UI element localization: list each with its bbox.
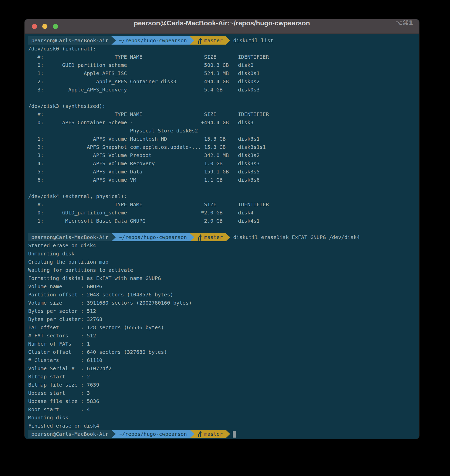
terminal-output-line: /dev/disk4 (external, physical): [28, 192, 419, 200]
terminal-output-line: 2: Apple_APFS Container disk3 494.4 GB d… [28, 77, 419, 86]
output-text: 3: APFS Volume Preboot 342.0 MB disk3s2 [28, 152, 260, 158]
terminal-output-line: 0: APFS Container Scheme - +494.4 GB dis… [28, 118, 419, 127]
output-text: Finished erase on disk4 [28, 423, 99, 429]
terminal-output-line: Partition offset : 2048 sectors (1048576… [28, 291, 419, 299]
prompt-path: ~/repos/hugo-cwpearson [116, 36, 190, 45]
output-text: Physical Store disk0s2 [28, 128, 198, 134]
terminal-body[interactable]: pearson@Carls-MacBook-Air~/repos/hugo-cw… [25, 34, 419, 439]
terminal-output-line: 6: APFS Volume VM 1.1 GB disk3s6 [28, 176, 419, 184]
terminal-output-line: Volume size : 3911680 sectors (200278016… [28, 299, 419, 307]
command-text: diskutil list [233, 37, 273, 44]
output-text: Volume size : 3911680 sectors (200278016… [28, 300, 192, 306]
terminal-output-line: Cluster offset : 640 sectors (327680 byt… [28, 348, 419, 356]
powerline-arrow-icon [190, 233, 194, 241]
output-text: #: TYPE NAME SIZE IDENTIFIER [28, 201, 269, 208]
output-text: Mounting disk [28, 415, 68, 421]
terminal-output-line: Bitmap start : 2 [28, 372, 419, 381]
terminal-output-line: 5: APFS Volume Data 159.1 GB disk3s5 [28, 168, 419, 176]
output-text: 1: APFS Volume Macintosh HD 15.3 GB disk… [28, 136, 260, 142]
terminal-output-line: Waiting for partitions to activate [28, 266, 419, 274]
output-text [28, 95, 31, 101]
terminal-output-line: 0: GUID_partition_scheme *2.0 GB disk4 [28, 209, 419, 217]
terminal-output-line: 2: APFS Snapshot com.apple.os.update-...… [28, 143, 419, 151]
output-text [28, 226, 31, 232]
terminal-window: pearson@Carls-MacBook-Air:~/repos/hugo-c… [25, 19, 419, 439]
output-text: 1: Apple_APFS_ISC 524.3 MB disk0s1 [28, 70, 260, 76]
terminal-output-line: Upcase file size : 5836 [28, 397, 419, 405]
powerline-arrow-icon [190, 36, 194, 45]
powerline-arrow-icon [226, 36, 230, 45]
output-text: Volume Serial # : 610724f2 [28, 365, 111, 371]
terminal-output-line [28, 225, 419, 233]
branch-name: master [204, 37, 223, 44]
desktop-background: pearson@Carls-MacBook-Air:~/repos/hugo-c… [0, 0, 450, 476]
terminal-output-line: Bytes per sector : 512 [28, 307, 419, 315]
terminal-output-line: #: TYPE NAME SIZE IDENTIFIER [28, 53, 419, 61]
powerline-arrow-icon [190, 430, 194, 438]
output-text: Waiting for partitions to activate [28, 267, 133, 273]
terminal-output-line: Bytes per cluster: 32768 [28, 315, 419, 323]
output-text: Upcase start : 3 [28, 390, 90, 396]
powerline-arrow-icon [226, 233, 230, 241]
terminal-output-line: Finished erase on disk4 [28, 422, 419, 430]
prompt-path: ~/repos/hugo-cwpearson [116, 233, 190, 241]
terminal-output-line: Formatting disk4s1 as ExFAT with name GN… [28, 274, 419, 282]
terminal-output-line: 1: Microsoft Basic Data GNUPG 2.0 GB dis… [28, 217, 419, 225]
output-text: # Clusters : 61110 [28, 357, 102, 363]
prompt-line: pearson@Carls-MacBook-Air~/repos/hugo-cw… [28, 233, 419, 241]
output-text: Cluster offset : 640 sectors (327680 byt… [28, 349, 167, 355]
prompt-user-host: pearson@Carls-MacBook-Air [28, 36, 111, 45]
terminal-output-line: Number of FATs : 1 [28, 340, 419, 348]
terminal-output-line: FAT offset : 128 sectors (65536 bytes) [28, 323, 419, 332]
output-text: Unmounting disk [28, 251, 75, 257]
terminal-output-line: 0: GUID_partition_scheme 500.3 GB disk0 [28, 61, 419, 69]
window-title: pearson@Carls-MacBook-Air:~/repos/hugo-c… [25, 19, 419, 34]
terminal-output-line: # FAT sectors : 512 [28, 332, 419, 340]
output-text [28, 185, 31, 191]
terminal-output-line: Started erase on disk4 [28, 241, 419, 250]
output-text: Bytes per sector : 512 [28, 308, 96, 314]
output-text: FAT offset : 128 sectors (65536 bytes) [28, 324, 164, 330]
terminal-output-line: 4: APFS Volume Recovery 1.0 GB disk3s3 [28, 159, 419, 168]
output-text: Volume name : GNUPG [28, 283, 102, 289]
terminal-output-line: Unmounting disk [28, 250, 419, 258]
prompt-branch-segment: master [194, 36, 226, 45]
output-text: 3: Apple_APFS_Recovery 5.4 GB disk0s3 [28, 87, 260, 93]
powerline-arrow-icon [111, 233, 116, 241]
output-text: Bytes per cluster: 32768 [28, 316, 102, 322]
output-text: Root start : 4 [28, 406, 90, 412]
output-text: 4: APFS Volume Recovery 1.0 GB disk3s3 [28, 160, 260, 167]
output-text: Number of FATs : 1 [28, 341, 90, 347]
terminal-output-line: Bitmap file size : 7639 [28, 381, 419, 389]
terminal-output-line: 3: Apple_APFS_Recovery 5.4 GB disk0s3 [28, 86, 419, 94]
terminal-output-line: 1: Apple_APFS_ISC 524.3 MB disk0s1 [28, 69, 419, 77]
output-text: Bitmap start : 2 [28, 374, 90, 380]
terminal-output-line [28, 184, 419, 192]
output-text: /dev/disk0 (internal): [28, 46, 96, 52]
output-text: /dev/disk4 (external, physical): [28, 193, 127, 199]
output-text: 2: APFS Snapshot com.apple.os.update-...… [28, 144, 266, 150]
prompt-user-host: pearson@Carls-MacBook-Air [28, 430, 111, 438]
prompt-line: pearson@Carls-MacBook-Air~/repos/hugo-cw… [28, 430, 419, 438]
branch-name: master [204, 431, 223, 437]
output-text: Creating the partition map [28, 259, 108, 265]
terminal-output-line: 1: APFS Volume Macintosh HD 15.3 GB disk… [28, 135, 419, 143]
prompt-branch-segment: master [194, 233, 226, 241]
terminal-output-line: 3: APFS Volume Preboot 342.0 MB disk3s2 [28, 151, 419, 159]
output-text: Partition offset : 2048 sectors (1048576… [28, 292, 173, 298]
terminal-output-line: Creating the partition map [28, 258, 419, 266]
prompt-line: pearson@Carls-MacBook-Air~/repos/hugo-cw… [28, 36, 419, 45]
terminal-output-line: #: TYPE NAME SIZE IDENTIFIER [28, 200, 419, 209]
output-text: /dev/disk3 (synthesized): [28, 103, 105, 109]
output-text: 0: GUID_partition_scheme *2.0 GB disk4 [28, 210, 253, 216]
output-text: 6: APFS Volume VM 1.1 GB disk3s6 [28, 177, 260, 183]
output-text: Bitmap file size : 7639 [28, 382, 99, 388]
terminal-output-line: # Clusters : 61110 [28, 356, 419, 364]
titlebar[interactable]: pearson@Carls-MacBook-Air:~/repos/hugo-c… [25, 19, 419, 34]
output-text: Upcase file size : 5836 [28, 398, 99, 404]
output-text: 0: APFS Container Scheme - +494.4 GB dis… [28, 119, 253, 126]
output-text: 0: GUID_partition_scheme 500.3 GB disk0 [28, 62, 253, 68]
terminal-output-line: Root start : 4 [28, 405, 419, 413]
output-text: Started erase on disk4 [28, 242, 96, 249]
powerline-arrow-icon [111, 430, 116, 438]
